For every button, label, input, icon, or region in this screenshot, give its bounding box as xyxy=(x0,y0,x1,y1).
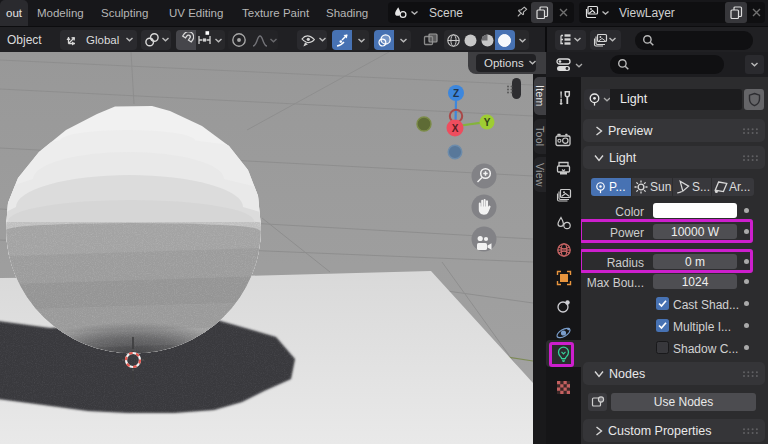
svg-text:Y: Y xyxy=(484,117,491,128)
svg-text:X: X xyxy=(452,123,459,134)
svg-text:Z: Z xyxy=(453,88,459,99)
